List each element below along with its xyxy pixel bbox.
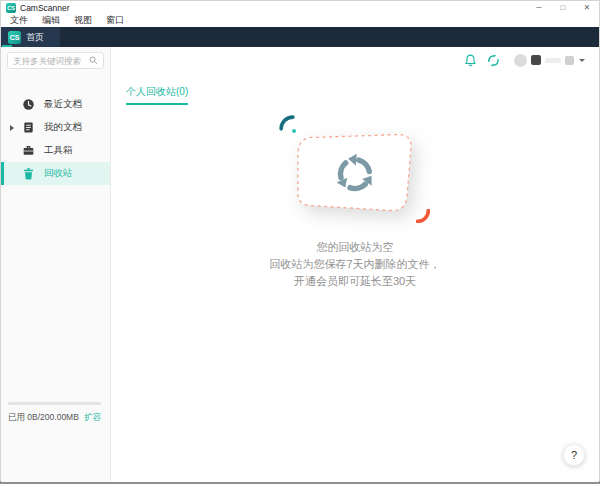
sync-icon[interactable] [487, 54, 500, 67]
user-account-area[interactable] [514, 54, 585, 67]
deco-orange-arc-icon [416, 209, 430, 223]
minimize-button[interactable]: ─ [527, 1, 551, 14]
chevron-down-icon[interactable] [579, 59, 585, 62]
empty-state: 您的回收站为空 回收站为您保存7天内删除的文件， 开通会员即可延长至30天 [111, 131, 599, 290]
deco-teal-dot [292, 129, 296, 133]
sidebar-item-label: 我的文档 [44, 121, 82, 134]
app-logo-icon: CS [6, 3, 16, 13]
tab-home[interactable]: CS 首页 [1, 27, 60, 47]
menu-file[interactable]: 文件 [3, 14, 35, 27]
top-toolbar [464, 53, 585, 67]
user-avatar[interactable] [514, 54, 527, 67]
search-icon [89, 55, 98, 66]
sidebar-nav: 最近文档 我的文档 [1, 93, 110, 185]
app-title: CamScanner [20, 3, 70, 13]
sidebar-item-label: 工具箱 [44, 144, 73, 157]
sidebar-item-recent-docs[interactable]: 最近文档 [1, 93, 110, 116]
recycle-tabs: 个人回收站(0) [111, 81, 599, 105]
trash-icon [22, 167, 35, 180]
menu-bar: 文件 编辑 视图 窗口 [1, 14, 599, 27]
sidebar-item-recycle-bin[interactable]: 回收站 [1, 162, 110, 185]
close-button[interactable]: ✕ [575, 1, 599, 14]
menu-edit[interactable]: 编辑 [35, 14, 67, 27]
sidebar-item-label: 回收站 [44, 167, 73, 180]
empty-line1: 回收站为您保存7天内删除的文件， [269, 256, 440, 273]
main-area: 个人回收站(0) [111, 47, 599, 482]
expand-arrow-icon[interactable] [10, 125, 14, 131]
toolbox-icon [22, 144, 35, 157]
empty-title: 您的回收站为空 [269, 239, 440, 256]
tab-home-label: 首页 [26, 31, 44, 44]
empty-graphic [295, 131, 415, 217]
menu-window[interactable]: 窗口 [99, 14, 131, 27]
empty-line2: 开通会员即可延长至30天 [269, 273, 440, 290]
storage-expand-link[interactable]: 扩容 [84, 412, 101, 424]
search-box[interactable] [7, 52, 104, 69]
tab-personal-recycle-bin[interactable]: 个人回收站(0) [126, 85, 188, 105]
storage-used-label: 已用 0B/200.00MB [8, 412, 79, 424]
maximize-button[interactable]: □ [551, 1, 575, 14]
sidebar-item-my-docs[interactable]: 我的文档 [1, 116, 110, 139]
recycle-icon [326, 145, 384, 203]
document-icon [22, 121, 35, 134]
menu-view[interactable]: 视图 [67, 14, 99, 27]
storage-progress-bar [8, 402, 101, 405]
username-text [545, 58, 561, 63]
app-window: CS CamScanner ─ □ ✕ 文件 编辑 视图 窗口 CS 首页 [0, 0, 600, 481]
search-input[interactable] [13, 56, 89, 66]
storage-section: 已用 0B/200.00MB 扩容 [8, 402, 101, 424]
clock-icon [22, 98, 35, 111]
vip-badge-icon [531, 55, 541, 65]
tab-bar: CS 首页 [1, 27, 599, 47]
window-controls: ─ □ ✕ [527, 1, 599, 14]
cs-logo-icon: CS [8, 31, 21, 44]
sidebar-item-toolbox[interactable]: 工具箱 [1, 139, 110, 162]
tab-accent-line [2, 45, 12, 47]
help-button[interactable]: ? [563, 444, 585, 466]
title-bar: CS CamScanner ─ □ ✕ [1, 1, 599, 14]
account-badge-icon [565, 56, 574, 65]
sidebar-item-label: 最近文档 [44, 98, 82, 111]
empty-state-text: 您的回收站为空 回收站为您保存7天内删除的文件， 开通会员即可延长至30天 [269, 239, 440, 290]
bell-icon[interactable] [464, 53, 477, 67]
sidebar: 最近文档 我的文档 [1, 47, 111, 482]
